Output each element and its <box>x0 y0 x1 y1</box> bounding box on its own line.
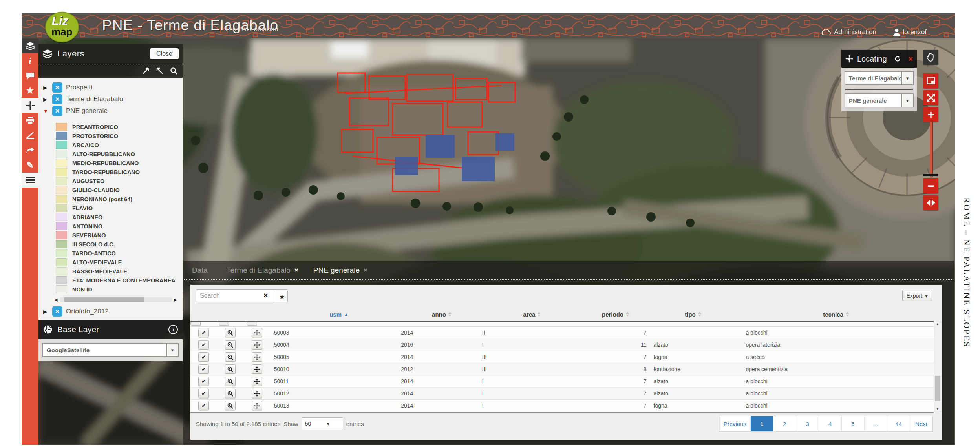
sidebar-item-print[interactable] <box>22 113 38 128</box>
center-to-feature-button[interactable] <box>252 328 262 337</box>
scroll-right-icon[interactable]: ▶ <box>174 297 177 302</box>
user-menu[interactable]: lorenzof <box>893 27 927 37</box>
scrollbar-thumb[interactable] <box>64 297 145 302</box>
select-row-button[interactable]: ✔ <box>198 364 209 374</box>
collapse-tree-icon[interactable] <box>156 67 164 75</box>
table-row[interactable]: ✔ <box>190 375 934 388</box>
zoom-to-feature-button[interactable] <box>225 401 236 410</box>
sidebar-item-selection[interactable] <box>22 173 38 188</box>
table-row[interactable]: ✔ <box>190 327 934 339</box>
sidebar-item-message[interactable] <box>22 68 38 83</box>
zoom-slider-track[interactable] <box>930 122 933 177</box>
sidebar-item-info[interactable]: i <box>22 53 38 68</box>
select-row-button[interactable]: ✔ <box>198 352 209 362</box>
zoom-to-feature-button[interactable] <box>225 377 236 386</box>
table-row[interactable]: ✔ <box>190 400 934 412</box>
sidebar-item-locate[interactable] <box>22 98 38 113</box>
locating-layer-select[interactable]: Terme di Elagabalo ▾ <box>845 71 914 85</box>
select-row-button[interactable]: ✔ <box>198 401 209 410</box>
search-input[interactable] <box>196 289 287 302</box>
table-row[interactable]: ✔ <box>190 339 934 351</box>
sidebar-item-measure[interactable] <box>22 128 38 143</box>
column-header-usm[interactable]: usm ▲ <box>275 311 402 318</box>
select-row-button[interactable]: ✔ <box>198 340 209 350</box>
legend-horizontal-scrollbar[interactable]: ◀ ▶ <box>54 297 177 302</box>
pagination-button[interactable]: 44 <box>887 416 910 431</box>
zoom-out-button[interactable]: − <box>923 178 938 193</box>
center-to-feature-button[interactable] <box>252 364 262 374</box>
base-layer-select[interactable]: GoogleSatellite ▾ <box>42 343 179 357</box>
center-to-feature-button[interactable] <box>252 377 262 386</box>
layer-checkbox[interactable]: × <box>52 306 62 317</box>
table-row[interactable]: ✔ <box>190 363 934 375</box>
center-to-feature-button[interactable] <box>252 340 262 350</box>
dock-tab[interactable]: Terme di Elagabalo × <box>227 266 298 275</box>
layer-checkbox[interactable]: × <box>52 106 62 116</box>
layer-node-pne-generale[interactable]: ▼ × PNE generale <box>38 105 183 117</box>
column-header-tecnica[interactable]: tecnica <box>738 311 934 318</box>
table-vertical-scrollbar[interactable]: ▲ ▼ <box>934 321 941 412</box>
layer-node-ortofoto[interactable]: ▶ × Ortofoto_2012 <box>38 306 183 317</box>
pagination-button[interactable]: 1 <box>750 416 773 431</box>
expand-arrow-icon[interactable]: ▼ <box>43 108 49 114</box>
table-row[interactable]: ✔ <box>190 388 934 400</box>
column-header-area[interactable]: area <box>481 311 583 318</box>
layer-node-terme[interactable]: ▶ × Terme di Elagabalo <box>38 93 183 105</box>
zoom-to-feature-button[interactable] <box>225 389 236 398</box>
refresh-icon[interactable] <box>894 55 901 62</box>
zoom-box-button[interactable] <box>923 73 938 88</box>
layer-node-prospetti[interactable]: ▶ × Prospetti <box>38 82 183 93</box>
pagination-button[interactable]: 5 <box>841 416 864 431</box>
close-icon[interactable]: × <box>908 55 913 64</box>
scroll-down-icon[interactable]: ▼ <box>936 406 940 412</box>
center-to-feature-button[interactable] <box>252 401 262 410</box>
info-icon[interactable]: i <box>168 325 178 334</box>
page-size-select[interactable]: 50 ▾ <box>302 417 343 430</box>
select-row-button[interactable]: ✔ <box>198 377 209 386</box>
table-row[interactable]: ✔ <box>190 351 934 363</box>
expand-tree-icon[interactable] <box>142 67 150 75</box>
zoom-extent-button[interactable] <box>923 90 938 105</box>
scroll-up-icon[interactable]: ▲ <box>936 321 940 327</box>
center-to-feature-button[interactable] <box>252 352 262 362</box>
lizmap-logo[interactable]: Liz map <box>45 12 79 42</box>
collapse-arrow-icon[interactable]: ▶ <box>43 97 49 102</box>
zoom-in-button[interactable]: + <box>923 107 938 122</box>
pagination-button[interactable]: … <box>864 416 887 431</box>
column-header-periodo[interactable]: periodo <box>583 311 648 318</box>
scrollbar-track[interactable] <box>60 297 171 302</box>
clear-search-icon[interactable]: × <box>263 291 268 300</box>
zoom-to-feature-button[interactable] <box>225 352 236 362</box>
layer-checkbox[interactable]: × <box>52 94 62 104</box>
pagination-button[interactable]: 2 <box>773 416 796 431</box>
collapse-arrow-icon[interactable]: ▶ <box>43 309 49 315</box>
dock-tab[interactable]: Data <box>192 266 212 275</box>
column-header-tipo[interactable]: tipo <box>648 311 738 318</box>
column-header-anno[interactable]: anno <box>402 311 481 318</box>
tab-close-icon[interactable]: × <box>294 266 298 274</box>
locating-sublayer-select[interactable]: PNE generale ▾ <box>845 93 914 107</box>
sidebar-item-layers[interactable] <box>22 38 38 53</box>
sidebar-item-draw[interactable]: ✎ <box>22 158 38 173</box>
zoom-to-feature-button[interactable] <box>225 328 236 337</box>
dock-tab[interactable]: PNE generale × <box>313 266 368 275</box>
sidebar-item-favorites[interactable]: ★ <box>22 83 38 98</box>
scroll-left-icon[interactable]: ◀ <box>54 297 57 302</box>
center-to-feature-button[interactable] <box>252 389 262 398</box>
zoom-slider-handle[interactable] <box>923 174 938 176</box>
collapse-arrow-icon[interactable]: ▶ <box>43 85 49 91</box>
extent-history-button[interactable] <box>923 195 938 210</box>
select-row-button[interactable]: ✔ <box>198 389 209 398</box>
close-button[interactable]: Close <box>150 48 179 59</box>
select-row-button[interactable]: ✔ <box>198 328 209 337</box>
pan-button[interactable] <box>923 50 938 65</box>
sidebar-item-permalink[interactable] <box>22 143 38 158</box>
tab-close-icon[interactable]: × <box>364 266 368 274</box>
pagination-button[interactable]: 3 <box>796 416 819 431</box>
zoom-to-feature-button[interactable] <box>225 364 236 374</box>
filter-selected-button[interactable]: ★ <box>276 291 288 302</box>
pagination-button[interactable]: 4 <box>819 416 841 431</box>
scrollbar-track[interactable] <box>934 327 941 406</box>
zoom-layer-icon[interactable] <box>170 67 178 75</box>
zoom-to-feature-button[interactable] <box>225 340 236 350</box>
